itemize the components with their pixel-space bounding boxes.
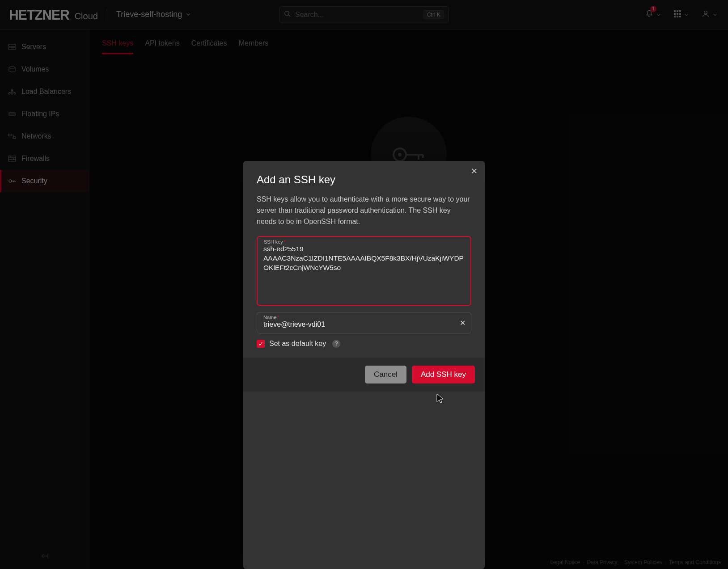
modal-footer: Cancel Add SSH key: [243, 358, 485, 392]
modal-description: SSH keys allow you to authenticate with …: [257, 194, 471, 227]
add-ssh-key-modal: ✕ Add an SSH key SSH keys allow you to a…: [243, 161, 485, 569]
cancel-button[interactable]: Cancel: [365, 366, 406, 384]
modal-title: Add an SSH key: [257, 173, 471, 186]
name-field[interactable]: Name* ✕: [257, 312, 471, 333]
ssh-key-label: SSH key*: [264, 239, 286, 244]
name-input[interactable]: [263, 320, 465, 329]
help-icon[interactable]: ?: [332, 340, 340, 348]
default-key-checkbox[interactable]: ✓: [257, 340, 265, 348]
clear-name-icon[interactable]: ✕: [460, 319, 466, 327]
default-key-row: ✓ Set as default key ?: [257, 340, 471, 348]
ssh-key-field[interactable]: SSH key*: [257, 236, 471, 306]
default-key-label: Set as default key: [269, 340, 326, 348]
add-ssh-key-button[interactable]: Add SSH key: [412, 366, 475, 384]
ssh-key-textarea[interactable]: [263, 244, 465, 299]
modal-overlay[interactable]: ✕ Add an SSH key SSH keys allow you to a…: [0, 0, 728, 569]
close-icon[interactable]: ✕: [471, 167, 478, 175]
name-label: Name*: [263, 315, 279, 320]
